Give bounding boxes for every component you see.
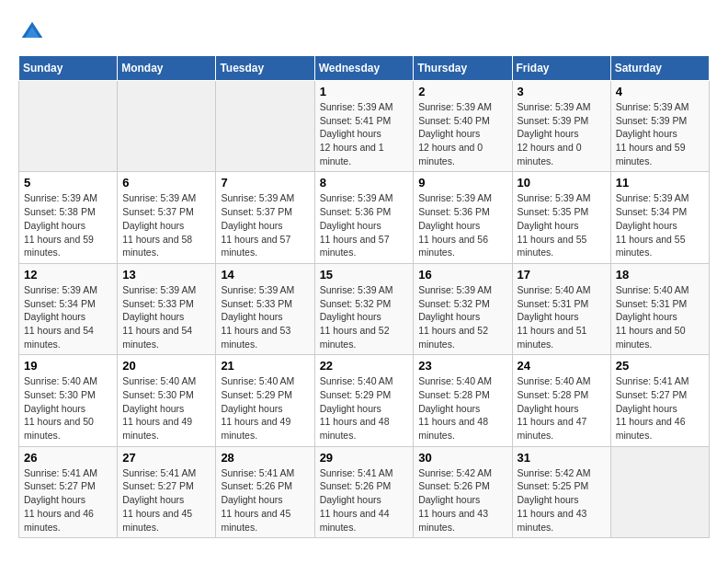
- calendar-cell: 19 Sunrise: 5:40 AM Sunset: 5:30 PM Dayl…: [19, 355, 118, 446]
- day-number: 16: [418, 268, 506, 282]
- calendar-cell: 13 Sunrise: 5:39 AM Sunset: 5:33 PM Dayl…: [118, 263, 216, 354]
- weekday-header-row: SundayMondayTuesdayWednesdayThursdayFrid…: [19, 56, 710, 81]
- day-info: Sunrise: 5:40 AM Sunset: 5:29 PM Dayligh…: [221, 374, 309, 442]
- day-number: 31: [518, 451, 606, 465]
- calendar-cell: 25 Sunrise: 5:41 AM Sunset: 5:27 PM Dayl…: [610, 355, 709, 446]
- calendar-cell: 26 Sunrise: 5:41 AM Sunset: 5:27 PM Dayl…: [19, 446, 118, 537]
- calendar-cell: 15 Sunrise: 5:39 AM Sunset: 5:32 PM Dayl…: [314, 263, 414, 354]
- week-row-5: 26 Sunrise: 5:41 AM Sunset: 5:27 PM Dayl…: [19, 446, 710, 537]
- day-number: 29: [320, 451, 409, 465]
- day-info: Sunrise: 5:39 AM Sunset: 5:34 PM Dayligh…: [24, 283, 112, 350]
- day-number: 27: [122, 451, 210, 465]
- day-info: Sunrise: 5:40 AM Sunset: 5:28 PM Dayligh…: [418, 374, 506, 442]
- weekday-header-tuesday: Tuesday: [216, 56, 314, 81]
- day-number: 2: [418, 85, 506, 98]
- calendar-cell: 6 Sunrise: 5:39 AM Sunset: 5:37 PM Dayli…: [118, 172, 216, 263]
- day-number: 6: [122, 176, 210, 190]
- day-number: 18: [616, 268, 704, 282]
- day-number: 1: [320, 85, 409, 98]
- day-number: 7: [221, 176, 309, 190]
- page-header: [18, 18, 710, 46]
- weekday-header-wednesday: Wednesday: [314, 56, 414, 81]
- day-number: 23: [418, 359, 506, 373]
- day-info: Sunrise: 5:41 AM Sunset: 5:27 PM Dayligh…: [24, 466, 112, 534]
- day-number: 19: [24, 359, 112, 373]
- week-row-2: 5 Sunrise: 5:39 AM Sunset: 5:38 PM Dayli…: [19, 172, 710, 263]
- calendar-cell: 24 Sunrise: 5:40 AM Sunset: 5:28 PM Dayl…: [512, 355, 610, 446]
- day-info: Sunrise: 5:39 AM Sunset: 5:32 PM Dayligh…: [418, 283, 506, 350]
- day-info: Sunrise: 5:42 AM Sunset: 5:26 PM Dayligh…: [418, 466, 506, 534]
- day-number: 17: [518, 268, 606, 282]
- day-info: Sunrise: 5:39 AM Sunset: 5:32 PM Dayligh…: [320, 283, 409, 350]
- week-row-4: 19 Sunrise: 5:40 AM Sunset: 5:30 PM Dayl…: [19, 355, 710, 446]
- day-info: Sunrise: 5:40 AM Sunset: 5:31 PM Dayligh…: [616, 283, 704, 350]
- day-number: 12: [24, 268, 112, 282]
- calendar-cell: 20 Sunrise: 5:40 AM Sunset: 5:30 PM Dayl…: [118, 355, 216, 446]
- calendar-cell: 9 Sunrise: 5:39 AM Sunset: 5:36 PM Dayli…: [414, 172, 512, 263]
- calendar-cell: 4 Sunrise: 5:39 AM Sunset: 5:39 PM Dayli…: [610, 81, 709, 172]
- calendar-cell: 21 Sunrise: 5:40 AM Sunset: 5:29 PM Dayl…: [216, 355, 314, 446]
- day-number: 30: [418, 451, 506, 465]
- day-info: Sunrise: 5:39 AM Sunset: 5:39 PM Dayligh…: [518, 100, 606, 167]
- weekday-header-thursday: Thursday: [414, 56, 512, 81]
- week-row-3: 12 Sunrise: 5:39 AM Sunset: 5:34 PM Dayl…: [19, 263, 710, 354]
- day-number: 8: [320, 176, 409, 190]
- weekday-header-monday: Monday: [118, 56, 216, 81]
- day-number: 3: [518, 85, 606, 98]
- calendar-cell: 14 Sunrise: 5:39 AM Sunset: 5:33 PM Dayl…: [216, 263, 314, 354]
- calendar-cell: 29 Sunrise: 5:41 AM Sunset: 5:26 PM Dayl…: [314, 446, 414, 537]
- weekday-header-sunday: Sunday: [19, 56, 118, 81]
- day-number: 5: [24, 176, 112, 190]
- calendar-cell: 2 Sunrise: 5:39 AM Sunset: 5:40 PM Dayli…: [414, 81, 512, 172]
- day-number: 21: [221, 359, 309, 373]
- day-number: 15: [320, 268, 409, 282]
- day-info: Sunrise: 5:39 AM Sunset: 5:39 PM Dayligh…: [616, 100, 704, 167]
- calendar-cell: 8 Sunrise: 5:39 AM Sunset: 5:36 PM Dayli…: [314, 172, 414, 263]
- week-row-1: 1 Sunrise: 5:39 AM Sunset: 5:41 PM Dayli…: [19, 81, 710, 172]
- day-info: Sunrise: 5:42 AM Sunset: 5:25 PM Dayligh…: [518, 466, 606, 534]
- day-info: Sunrise: 5:40 AM Sunset: 5:30 PM Dayligh…: [24, 374, 112, 442]
- calendar-cell: 30 Sunrise: 5:42 AM Sunset: 5:26 PM Dayl…: [414, 446, 512, 537]
- day-info: Sunrise: 5:40 AM Sunset: 5:31 PM Dayligh…: [518, 283, 606, 350]
- calendar-table: SundayMondayTuesdayWednesdayThursdayFrid…: [18, 55, 710, 538]
- day-number: 20: [122, 359, 210, 373]
- weekday-header-friday: Friday: [512, 56, 610, 81]
- day-number: 14: [221, 268, 309, 282]
- calendar-cell: 12 Sunrise: 5:39 AM Sunset: 5:34 PM Dayl…: [19, 263, 118, 354]
- calendar-cell: 5 Sunrise: 5:39 AM Sunset: 5:38 PM Dayli…: [19, 172, 118, 263]
- day-info: Sunrise: 5:39 AM Sunset: 5:36 PM Dayligh…: [320, 191, 409, 259]
- calendar-cell: 31 Sunrise: 5:42 AM Sunset: 5:25 PM Dayl…: [512, 446, 610, 537]
- day-info: Sunrise: 5:39 AM Sunset: 5:33 PM Dayligh…: [122, 283, 210, 350]
- day-info: Sunrise: 5:39 AM Sunset: 5:37 PM Dayligh…: [221, 191, 309, 259]
- day-info: Sunrise: 5:39 AM Sunset: 5:34 PM Dayligh…: [616, 191, 704, 259]
- calendar-cell: [118, 81, 216, 172]
- day-info: Sunrise: 5:41 AM Sunset: 5:26 PM Dayligh…: [320, 466, 409, 534]
- day-number: 25: [616, 359, 704, 373]
- calendar-cell: 16 Sunrise: 5:39 AM Sunset: 5:32 PM Dayl…: [414, 263, 512, 354]
- calendar-cell: 1 Sunrise: 5:39 AM Sunset: 5:41 PM Dayli…: [314, 81, 414, 172]
- calendar-cell: 27 Sunrise: 5:41 AM Sunset: 5:27 PM Dayl…: [118, 446, 216, 537]
- calendar-cell: 18 Sunrise: 5:40 AM Sunset: 5:31 PM Dayl…: [610, 263, 709, 354]
- day-number: 4: [616, 85, 704, 98]
- calendar-cell: [610, 446, 709, 537]
- day-info: Sunrise: 5:39 AM Sunset: 5:36 PM Dayligh…: [418, 191, 506, 259]
- day-info: Sunrise: 5:41 AM Sunset: 5:27 PM Dayligh…: [122, 466, 210, 534]
- day-info: Sunrise: 5:40 AM Sunset: 5:29 PM Dayligh…: [320, 374, 409, 442]
- day-info: Sunrise: 5:40 AM Sunset: 5:28 PM Dayligh…: [518, 374, 606, 442]
- day-info: Sunrise: 5:39 AM Sunset: 5:33 PM Dayligh…: [221, 283, 309, 350]
- calendar-cell: 7 Sunrise: 5:39 AM Sunset: 5:37 PM Dayli…: [216, 172, 314, 263]
- day-number: 26: [24, 451, 112, 465]
- day-number: 28: [221, 451, 309, 465]
- calendar-cell: 11 Sunrise: 5:39 AM Sunset: 5:34 PM Dayl…: [610, 172, 709, 263]
- day-number: 24: [518, 359, 606, 373]
- day-info: Sunrise: 5:40 AM Sunset: 5:30 PM Dayligh…: [122, 374, 210, 442]
- logo: [18, 18, 50, 46]
- weekday-header-saturday: Saturday: [610, 56, 709, 81]
- day-info: Sunrise: 5:39 AM Sunset: 5:38 PM Dayligh…: [24, 191, 112, 259]
- calendar-cell: 28 Sunrise: 5:41 AM Sunset: 5:26 PM Dayl…: [216, 446, 314, 537]
- calendar-cell: [216, 81, 314, 172]
- day-number: 13: [122, 268, 210, 282]
- calendar-cell: 3 Sunrise: 5:39 AM Sunset: 5:39 PM Dayli…: [512, 81, 610, 172]
- day-number: 9: [418, 176, 506, 190]
- day-number: 22: [320, 359, 409, 373]
